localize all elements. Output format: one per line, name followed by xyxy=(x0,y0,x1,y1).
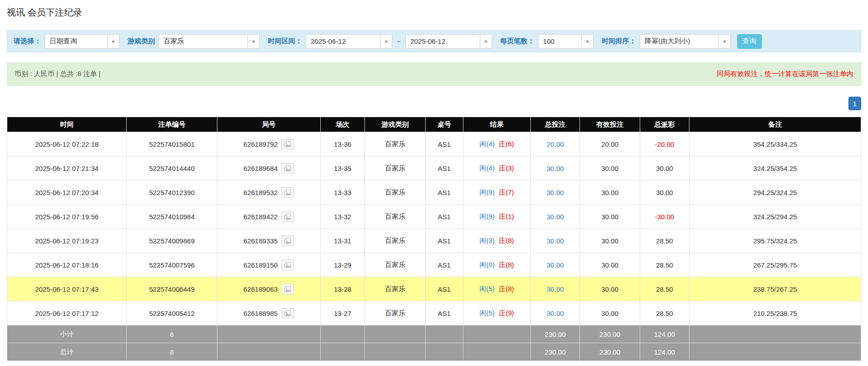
result-banker: 庄(6) xyxy=(499,140,514,148)
remark: 354.25/334.25 xyxy=(689,132,861,156)
result-cell: 闲(0) 庄(8) xyxy=(463,253,530,277)
subtotal-payout: 124.00 xyxy=(640,325,689,343)
result-cell: 闲(5) 庄(8) xyxy=(463,277,530,301)
payout: -20.00 xyxy=(640,132,689,156)
total-bet-link[interactable]: 30.00 xyxy=(530,277,580,301)
bet-time: 2025-06-12 07:17:12 xyxy=(7,301,127,325)
date-to-input[interactable]: 2025-06-12 ▾ xyxy=(406,34,492,49)
subtotal-valid-bet: 230.00 xyxy=(580,325,640,343)
round-id-cell: 626189422 xyxy=(217,205,321,229)
round-id-cell: 626189335 xyxy=(217,229,321,253)
result-banker: 庄(8) xyxy=(499,237,514,244)
round-id-cell: 626189532 xyxy=(217,180,321,205)
grand-total-valid-bet: 230.00 xyxy=(580,343,640,361)
bet-id: 522574007596 xyxy=(127,253,217,277)
bet-id: 522574006449 xyxy=(127,277,217,301)
time-sort-value: 降幂(由大到小) xyxy=(640,37,719,46)
bet-time: 2025-06-12 07:20:34 xyxy=(7,180,127,205)
total-bet-link[interactable]: 30.00 xyxy=(530,180,580,205)
total-bet-link[interactable]: 30.00 xyxy=(530,301,580,325)
table-no: AS1 xyxy=(426,132,463,156)
chevron-down-icon[interactable]: ▾ xyxy=(380,35,392,48)
valid-bet: 30.00 xyxy=(580,205,640,229)
replay-video-button[interactable] xyxy=(282,211,294,222)
column-header: 有效投注 xyxy=(580,117,640,132)
time-sort-dropdown[interactable]: 降幂(由大到小) ▾ xyxy=(640,34,731,49)
page-title: 视讯 会员下注纪录 xyxy=(7,5,861,25)
remark: 210.25/238.75 xyxy=(689,301,861,325)
total-bet-link[interactable]: 30.00 xyxy=(530,205,580,229)
table-body: 2025-06-12 07:22:18 522574015801 6261897… xyxy=(7,132,861,325)
result-cell: 闲(4) 庄(6) xyxy=(463,132,530,156)
round-id-cell: 626188985 xyxy=(217,301,321,325)
pagination: 1 xyxy=(7,97,861,110)
table-no: AS1 xyxy=(426,253,463,277)
video-thumbnail-icon xyxy=(284,238,291,244)
query-button[interactable]: 查询 xyxy=(737,34,762,49)
game-type: 百家乐 xyxy=(365,253,426,277)
column-header: 时间 xyxy=(7,117,127,132)
subtotal-count: 8 xyxy=(127,325,217,343)
chevron-down-icon[interactable]: ▾ xyxy=(247,35,259,48)
chevron-down-icon[interactable]: ▾ xyxy=(480,35,492,48)
column-header: 游戏类别 xyxy=(365,117,426,132)
chevron-down-icon[interactable]: ▾ xyxy=(107,35,119,48)
game-type-value: 百家乐 xyxy=(159,37,247,46)
bet-id: 522574009869 xyxy=(127,229,217,253)
round-id: 626189532 xyxy=(243,189,277,196)
column-header: 备注 xyxy=(689,117,861,132)
replay-video-button[interactable] xyxy=(282,236,294,246)
total-bet-link[interactable]: 30.00 xyxy=(530,156,580,180)
payout: -30.00 xyxy=(640,205,689,229)
result-banker: 庄(9) xyxy=(499,309,514,317)
round-id-cell: 626189150 xyxy=(217,253,321,277)
replay-video-button[interactable] xyxy=(282,308,294,319)
replay-video-button[interactable] xyxy=(282,260,294,270)
video-thumbnail-icon xyxy=(284,165,291,171)
subtotal-label: 小计 xyxy=(7,325,127,343)
game-type: 百家乐 xyxy=(365,132,426,156)
game-type: 百家乐 xyxy=(365,229,426,253)
per-page-dropdown[interactable]: 100 ▾ xyxy=(538,34,594,49)
replay-video-button[interactable] xyxy=(282,139,294,149)
result-player: 闲(5) xyxy=(479,285,494,293)
table-row: 2025-06-12 07:22:18 522574015801 6261897… xyxy=(7,132,861,156)
bet-id: 522574015801 xyxy=(127,132,217,156)
result-player: 闲(3) xyxy=(479,237,494,244)
replay-video-button[interactable] xyxy=(282,284,294,294)
chevron-down-icon[interactable]: ▾ xyxy=(581,35,593,48)
game-type-dropdown[interactable]: 百家乐 ▾ xyxy=(159,34,260,49)
table-no: AS1 xyxy=(426,205,463,229)
bet-id: 522574005412 xyxy=(127,301,217,325)
round-id: 626189063 xyxy=(243,285,277,293)
table-header-row: 时间注单编号局号场次游戏类别桌号结果总投注有效投注总派彩备注 xyxy=(7,117,861,132)
select-type-dropdown[interactable]: 日期查询 ▾ xyxy=(45,34,119,49)
grand-total-payout: 124.00 xyxy=(640,343,689,361)
total-bet-link[interactable]: 30.00 xyxy=(530,253,580,277)
video-thumbnail-icon xyxy=(284,214,291,220)
replay-video-button[interactable] xyxy=(282,187,294,198)
table-footer: 小计 8 230.00 230.00 124.00 总计 8 xyxy=(7,325,861,361)
total-bet-link[interactable]: 20.00 xyxy=(530,132,580,156)
payout: 28.50 xyxy=(640,301,689,325)
result-banker: 庄(7) xyxy=(499,188,514,196)
table-row: 2025-06-12 07:19:56 522574010984 6261894… xyxy=(7,205,861,229)
total-bet-link[interactable]: 30.00 xyxy=(530,229,580,253)
result-player: 闲(0) xyxy=(479,261,494,268)
replay-video-button[interactable] xyxy=(282,163,294,174)
subtotal-row: 小计 8 230.00 230.00 124.00 xyxy=(7,325,861,343)
valid-bet: 30.00 xyxy=(580,180,640,205)
table-no: AS1 xyxy=(426,156,463,180)
result-banker: 庄(8) xyxy=(499,285,514,293)
remark: 294.25/324.25 xyxy=(689,180,861,205)
result-cell: 闲(3) 庄(8) xyxy=(463,229,530,253)
date-from-input[interactable]: 2025-06-12 ▾ xyxy=(306,34,392,49)
result-player: 闲(4) xyxy=(479,164,494,172)
valid-bet: 30.00 xyxy=(580,301,640,325)
page-button-1[interactable]: 1 xyxy=(848,97,861,110)
result-cell: 闲(9) 庄(7) xyxy=(463,180,530,205)
chevron-down-icon[interactable]: ▾ xyxy=(719,35,730,48)
video-thumbnail-icon xyxy=(284,310,291,316)
video-thumbnail-icon xyxy=(284,286,291,292)
column-header: 总投注 xyxy=(530,117,580,132)
